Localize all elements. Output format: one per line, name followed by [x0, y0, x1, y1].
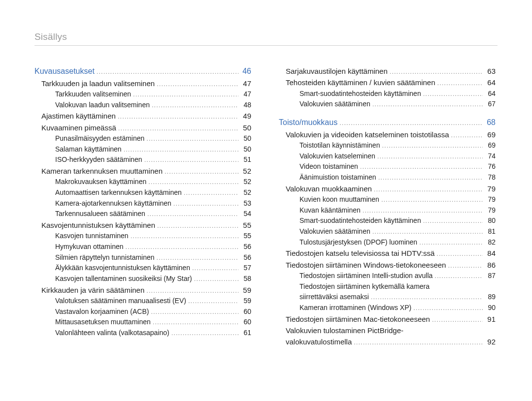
toc-entry: Smart-suodatintehosteiden käyttäminen64	[299, 89, 496, 99]
toc-page-number: 55	[240, 231, 251, 242]
toc-label: Tiedostojen siirtäminen kytkemällä kamer…	[299, 281, 430, 292]
toc-label: Kuvausasetukset	[34, 65, 95, 78]
toc-right-column: Sarjakuvaustilojen käyttäminen63Tehostei…	[279, 65, 496, 347]
leader-dots	[423, 89, 483, 99]
leader-dots	[390, 67, 483, 77]
leader-dots	[148, 177, 238, 187]
toc-page-number: 47	[240, 78, 251, 89]
toc-entry: Tarkkuuden valitseminen47	[55, 89, 251, 100]
toc-page-number: 52	[240, 187, 251, 198]
toc-label: Valokuvien säätäminen	[299, 99, 370, 110]
leader-dots	[372, 99, 483, 109]
toc-label: Hymykuvan ottaminen	[55, 242, 124, 252]
toc-entry: ISO-herkkyyden säätäminen51	[55, 154, 251, 165]
toc-entry: Hymykuvan ottaminen56	[55, 242, 251, 252]
toc-section-entry: Kuvausasetukset46	[34, 65, 251, 78]
toc-entry: Silmien räpyttelyn tunnistaminen56	[55, 252, 251, 263]
leader-dots	[372, 227, 483, 237]
toc-section-entry: Toisto/muokkaus68	[279, 117, 496, 129]
leader-dots	[126, 242, 238, 252]
toc-page-number: 61	[240, 328, 251, 339]
leader-dots	[432, 315, 483, 325]
toc-entry: Kasvojen tallentaminen suosikeiksi (My S…	[55, 274, 251, 284]
toc-label: Tiedostojen siirtäminen Mac-tietokoneese…	[286, 313, 430, 325]
toc-page-number: 50	[240, 133, 251, 144]
toc-entry: Valokuvien katseleminen74	[299, 151, 496, 162]
toc-label: Makrokuvauksen käyttäminen	[55, 177, 146, 187]
leader-dots	[339, 118, 483, 128]
toc-entry: Smart-suodatintehosteiden käyttäminen80	[299, 216, 496, 226]
toc-label: Tarkkuuden ja laadun valitseminen	[41, 78, 155, 89]
toc-page-number: 79	[485, 183, 496, 194]
leader-dots	[423, 216, 483, 226]
leader-dots	[151, 307, 238, 317]
toc-label: Kameran tarkennuksen muuttaminen	[41, 165, 163, 177]
toc-page-number: 87	[485, 271, 496, 281]
toc-label: Tiedostojen siirtäminen Intelli-studion …	[299, 271, 432, 281]
toc-page-number: 59	[240, 284, 251, 296]
toc-entry: Tiedostojen siirtäminen kytkemällä kamer…	[299, 281, 496, 292]
toc-label: Älykkään kasvojentunnistuksen käyttämine…	[55, 263, 190, 274]
leader-dots	[377, 152, 483, 161]
toc-label: ISO-herkkyyden säätäminen	[55, 154, 142, 165]
leader-dots	[144, 155, 238, 165]
toc-page-number: 91	[485, 313, 496, 325]
toc-page-number: 60	[240, 317, 251, 328]
leader-dots	[382, 141, 483, 151]
toc-entry: Valokuvien säätäminen67	[299, 99, 496, 110]
toc-page-number: 78	[485, 172, 496, 183]
toc-entry: Kuvien koon muuttaminen79	[299, 194, 496, 205]
leader-dots	[437, 78, 483, 88]
toc-entry-continuation: siirrettäväksi asemaksi89	[299, 292, 496, 303]
running-head: Sisällys	[34, 31, 498, 46]
toc-page-number: 58	[240, 274, 251, 284]
leader-dots	[374, 185, 483, 194]
toc-label: Valokuvien ja videoiden katseleminen toi…	[286, 129, 449, 140]
toc-page-number: 60	[240, 307, 251, 317]
leader-dots	[146, 134, 238, 144]
toc-entry: Valokuvan laadun valitseminen48	[55, 100, 251, 111]
toc-label: Tehosteiden käyttäminen / kuvien säätämi…	[286, 77, 435, 88]
toc-page-number: 47	[240, 89, 251, 100]
toc-label: Kasvojen tunnistaminen	[55, 231, 129, 242]
toc-page-number: 79	[485, 194, 496, 205]
toc-entry: Kirkkauden ja värin säätäminen59	[41, 284, 251, 296]
leader-dots	[451, 130, 483, 140]
toc-page-number: 89	[485, 292, 496, 303]
toc-page-number: 49	[240, 110, 251, 122]
toc-page-number: 69	[485, 140, 496, 151]
toc-label: Valotuksen säätäminen manuaalisesti (EV)	[55, 296, 186, 307]
toc-entry: Toistotilan käynnistäminen69	[299, 140, 496, 151]
toc-entry: Valotuksen säätäminen manuaalisesti (EV)…	[55, 296, 251, 307]
toc-label: Sarjakuvaustilojen käyttäminen	[286, 65, 388, 77]
toc-entry: Mittausasetuksen muuttaminen60	[55, 317, 251, 328]
toc-page-number: 82	[485, 237, 496, 248]
toc-page-number: 64	[485, 89, 496, 99]
toc-page-number: 48	[240, 100, 251, 111]
toc-page-number: 79	[485, 205, 496, 216]
toc-label: Toistotilan käynnistäminen	[299, 140, 380, 151]
toc-entry: Tarkkuuden ja laadun valitseminen47	[41, 78, 251, 89]
toc-page-number: 57	[240, 263, 251, 274]
toc-page-number: 64	[485, 77, 496, 88]
leader-dots	[133, 90, 238, 99]
toc-label: Videon toistaminen	[299, 161, 358, 172]
toc-label: Ajastimen käyttäminen	[41, 110, 116, 122]
toc-page-number: 67	[485, 99, 496, 110]
toc-page-number: 50	[240, 122, 251, 133]
toc-entry-continuation: valokuvatulostimella92	[286, 336, 496, 347]
leader-dots	[378, 173, 483, 183]
toc-label: Tiedostojen siirtäminen Windows-tietokon…	[286, 259, 446, 271]
leader-dots	[147, 209, 238, 219]
toc-label: Kasvojen tallentaminen suosikeiksi (My S…	[55, 274, 192, 284]
toc-label: Tulostusjärjestyksen (DPOF) luominen	[299, 237, 417, 248]
toc-entry: Punasilmäisyyden estäminen50	[55, 133, 251, 144]
toc-page-number: 76	[485, 161, 496, 172]
toc-page-number: 92	[485, 336, 496, 347]
toc-label: Kuvien koon muuttaminen	[299, 194, 379, 205]
toc-label: Valokuvan muokkaaminen	[286, 183, 372, 194]
toc-entry: Makrokuvauksen käyttäminen52	[55, 177, 251, 187]
toc-entry: Valonlähteen valinta (valkotasapaino)61	[55, 328, 251, 339]
toc-entry: Valokuvien tulostaminen PictBridge-	[286, 325, 496, 336]
toc-label: Tarkkuuden valitseminen	[55, 89, 131, 100]
